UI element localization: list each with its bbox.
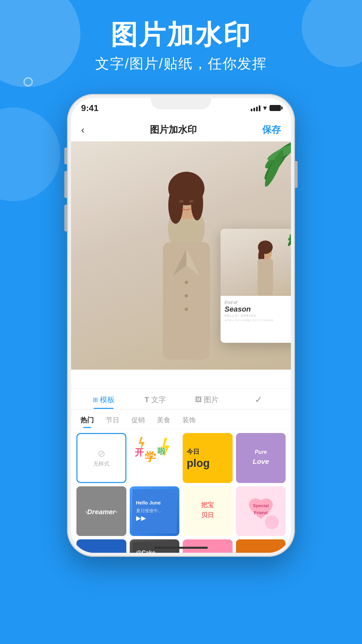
svg-text:Pure: Pure [255, 449, 267, 455]
signal-bar-3 [256, 107, 258, 111]
card-text: End of Season HELLO! SPRING 봄이에서 이런이 복음들… [221, 296, 291, 326]
palm-leaves-decoration [237, 142, 291, 209]
card-desc: 봄이에서 이런이 복음들은 생각 가져 성경 말해 [225, 319, 291, 322]
header-section: 图片加水印 文字/图片/贴纸，任你发挥 [0, 20, 362, 73]
svg-rect-49 [76, 539, 126, 553]
template-spicy[interactable]: 火辣辣 [236, 539, 286, 553]
bg-circle-small [23, 77, 33, 87]
card-subtitle: HELLO! SPRING [225, 314, 291, 317]
tab-image-content: 🖼 图片 [195, 395, 219, 405]
save-button[interactable]: 保存 [262, 123, 281, 136]
category-hot[interactable]: 热门 [78, 414, 97, 426]
category-festival[interactable]: 节日 [103, 414, 122, 426]
tab-check[interactable]: ✓ [238, 394, 279, 409]
bottom-panel: ⊞ 模板 T 文字 🖼 图片 [71, 388, 291, 553]
svg-text:学: 学 [144, 450, 156, 463]
svg-text:Hello June: Hello June [136, 500, 161, 505]
floating-watermark-card: End of Season HELLO! SPRING 봄이에서 이런이 복음들… [221, 229, 291, 343]
template-summer[interactable]: SUMMER [76, 539, 126, 553]
template-grid: ⊘ 无样式 开 学 啦 [71, 429, 291, 553]
svg-text:Special: Special [253, 503, 268, 508]
template-plog[interactable]: 今日 plog [183, 433, 233, 483]
svg-rect-58 [236, 539, 286, 553]
template-special-friend[interactable]: Special Friend [236, 486, 286, 536]
text-icon: T [144, 395, 149, 404]
signal-icon [251, 105, 260, 111]
phone-frame: 9:41 ▾ ‹ 图片加水印 保存 [67, 94, 295, 557]
svg-text:贝日: 贝日 [201, 512, 214, 519]
image-icon: 🖼 [195, 396, 202, 404]
battery-icon [269, 105, 281, 111]
template-none[interactable]: ⊘ 无样式 [76, 433, 126, 483]
template-hello-june[interactable]: Hello June 夏日慢慢中... ▶▶ [130, 486, 180, 536]
svg-point-48 [265, 515, 279, 529]
back-button[interactable]: ‹ [81, 124, 84, 136]
tab-text[interactable]: T 文字 [135, 395, 175, 409]
home-indicator [154, 547, 208, 549]
template-kaixin[interactable]: 开 学 啦 [130, 433, 180, 483]
no-style-icon: ⊘ [98, 448, 105, 459]
status-icons: ▾ [251, 104, 281, 112]
svg-point-14 [185, 281, 188, 284]
svg-text:夏日慢慢中...: 夏日慢慢中... [136, 508, 161, 513]
svg-point-16 [185, 308, 188, 311]
volume-down-button [64, 205, 67, 231]
check-icon: ✓ [255, 394, 262, 405]
tab-text-label: 文字 [151, 395, 166, 405]
category-decor[interactable]: 装饰 [180, 414, 198, 426]
nav-bar: ‹ 图片加水印 保存 [71, 118, 291, 142]
svg-point-12 [179, 200, 184, 203]
signal-bar-2 [253, 108, 255, 111]
category-promo[interactable]: 促销 [129, 414, 147, 426]
svg-text:开: 开 [134, 447, 144, 458]
tab-template[interactable]: ⊞ 模板 [83, 395, 124, 409]
fashion-photo: End of Season HELLO! SPRING 봄이에서 이런이 복음들… [71, 142, 291, 370]
nav-title: 图片加水印 [150, 123, 197, 136]
header-subtitle: 文字/图片/贴纸，任你发挥 [0, 54, 362, 73]
signal-bar-1 [251, 109, 252, 111]
svg-text:·Dreamer·: ·Dreamer· [85, 508, 117, 516]
phone-mockup: 9:41 ▾ ‹ 图片加水印 保存 [67, 94, 295, 564]
template-love[interactable]: Pure Love [236, 433, 286, 483]
category-food[interactable]: 美食 [154, 414, 173, 426]
template-icon: ⊞ [93, 396, 98, 404]
svg-point-13 [189, 200, 194, 203]
bg-circle-midleft [0, 107, 60, 201]
mute-button [64, 148, 67, 164]
status-time: 9:41 [81, 103, 99, 113]
template-baobao[interactable]: 把宝 贝日 [183, 486, 233, 536]
phone-screen: 9:41 ▾ ‹ 图片加水印 保存 [71, 98, 291, 553]
card-line2: Season [225, 305, 291, 313]
svg-point-8 [191, 187, 203, 220]
template-dreamer[interactable]: ·Dreamer· [76, 486, 126, 536]
card-photo [221, 229, 291, 296]
svg-point-15 [185, 294, 188, 298]
phone-notch [151, 98, 211, 109]
tab-template-content: ⊞ 模板 [93, 395, 115, 405]
svg-text:▶▶: ▶▶ [136, 514, 146, 521]
svg-point-7 [168, 187, 183, 224]
tab-text-content: T 文字 [144, 395, 166, 405]
tab-bar: ⊞ 模板 T 文字 🖼 图片 [71, 389, 291, 410]
category-bar: 热门 节日 促销 美食 装饰 [71, 410, 291, 429]
wifi-icon: ▾ [263, 104, 267, 112]
svg-point-19 [289, 229, 291, 237]
tab-template-label: 模板 [100, 395, 115, 405]
svg-text:把宝: 把宝 [201, 501, 214, 508]
svg-text:Love: Love [252, 458, 269, 465]
svg-rect-23 [258, 259, 273, 296]
signal-bar-4 [259, 105, 260, 111]
main-photo-area: End of Season HELLO! SPRING 봄이에서 이런이 복음들… [71, 142, 291, 370]
no-style-label: 无样式 [93, 461, 109, 468]
svg-text:今日: 今日 [186, 448, 199, 455]
template-meimei[interactable]: 媚媚 相似 [183, 539, 233, 553]
svg-text:plog: plog [187, 457, 210, 469]
template-cake[interactable]: @Cake 一个甜蜜的 下午... [130, 539, 180, 553]
tab-image-label: 图片 [204, 395, 219, 405]
tab-image[interactable]: 🖼 图片 [187, 395, 227, 409]
header-title: 图片加水印 [0, 20, 362, 50]
card-line1: End of [225, 300, 291, 305]
svg-text:@Cake: @Cake [136, 549, 155, 553]
power-button [295, 161, 298, 188]
volume-up-button [64, 171, 67, 198]
